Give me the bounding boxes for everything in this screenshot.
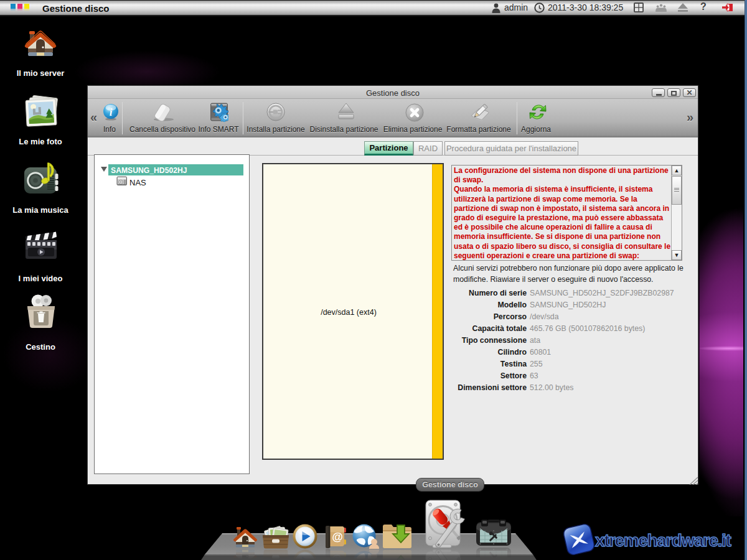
svg-text:i: i: [110, 106, 113, 118]
svg-text:@: @: [332, 531, 343, 543]
